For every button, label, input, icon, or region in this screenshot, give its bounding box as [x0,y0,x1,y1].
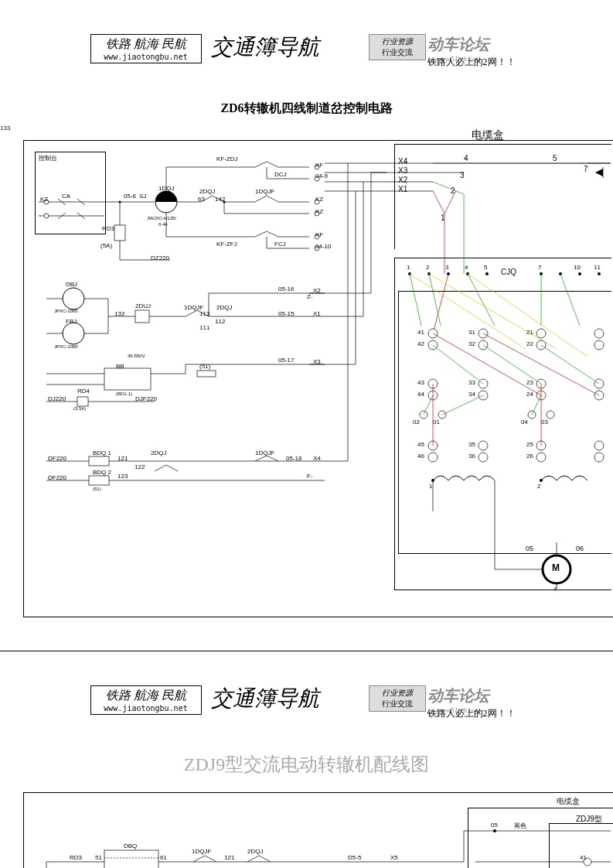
svg-line-75 [166,465,178,471]
lbl-kf-top: KF [315,162,323,169]
lbl-7-cb: 7 [584,165,588,173]
lbl-sj: SJ [139,193,146,200]
svg-line-74 [155,465,166,471]
wm-center-text: 交通簿导航 [206,31,324,63]
svg-line-174 [247,856,259,862]
svg-point-132 [428,453,438,462]
wm2-right1-l2: 行业交流 [374,699,421,709]
lbl-1dqj-type: JWJXC-H125/ [147,216,176,220]
wm2-center-text: 交通簿导航 [206,682,324,715]
lbl-dbj: DBJ [66,281,77,288]
lbl-bdq1: BDQ 1 [93,449,111,456]
lbl-2-cb: 2 [451,186,455,195]
svg-line-110 [410,274,526,349]
svg-point-134 [478,453,488,462]
d2-d5-5: D5-5 [348,854,361,861]
lbl-x4-cb: X4 [398,157,407,166]
lbl-kz-right2: KZ [315,208,323,215]
wm-right-small: 行业资源 行业交流 [369,34,426,60]
lbl-45-550v: 45-550V [128,354,145,358]
svg-point-3 [44,214,49,218]
lbl-132: 132 [114,310,124,317]
lbl-1dqj: 1DQJ [158,185,174,192]
svg-line-86 [433,191,444,214]
d2-dbq: DBQ [124,842,137,849]
watermark-header-1: 铁路 航海 民航 www.jiaotongbu.net 交通簿导航 行业资源 行… [90,31,523,77]
trm-cjq: CJQ [501,268,516,276]
lbl-112: 112 [215,318,225,325]
lbl-x2-a: X2 [313,287,321,294]
wm2-right2-text: 铁路人必上的2网！！ [423,706,520,722]
d2-1dqjf: 1DQJF [192,848,211,855]
lbl-rd4: RD4 [77,388,90,395]
lbl-z: Z- [307,293,313,300]
lbl-bb-type: (BD1-1) [116,391,132,396]
svg-rect-43 [114,225,125,241]
diagram2-area: 电缆盒 ZDJ9型 RD3 DBQ 1 2 51 61 1DQJF 121 2D… [0,784,613,868]
diagram1-title: ZD6转辙机四线制道岔控制电路 [0,101,613,117]
lbl-4-top: 4 [464,154,468,162]
d2-05: 05 [491,822,498,829]
svg-line-143 [541,345,599,384]
svg-rect-72 [89,456,109,466]
lbl-kz-left: KZ [40,196,48,203]
t03: 03 [541,419,548,425]
t36: 36 [468,453,475,460]
t21: 21 [526,329,533,336]
svg-line-76 [255,456,267,461]
lbl-1dqj-val: 0.44 [158,222,168,227]
page-separator [0,651,613,651]
d2-model: ZDJ9型 [576,814,602,825]
svg-line-27 [267,162,278,167]
svg-line-18 [267,196,278,202]
t24: 24 [526,391,533,398]
lbl-rd3: RD3 [102,225,114,232]
lbl-fbj: FBJ [66,318,77,325]
svg-line-17 [255,196,267,202]
lbl-04-9: 04-9 [315,173,328,179]
lbl-1-cb: 1 [441,214,445,222]
lbl-dcj: DCJ [274,171,287,178]
trm-4: 4 [465,264,468,271]
motor-label: M [552,562,560,573]
t32: 32 [468,340,475,347]
t43: 43 [417,379,424,386]
d2-black: 黑色 [514,822,526,830]
d2-cable-box-lbl: 电缆盒 [557,796,580,807]
t02: 02 [413,419,420,425]
svg-line-103 [429,274,441,326]
t22: 22 [526,340,533,347]
svg-line-172 [193,856,205,862]
svg-rect-73 [89,476,109,485]
svg-point-137 [594,441,604,450]
wm2-left-line1: 铁路 航海 民航 [96,688,196,704]
lbl-x4-bot: X4 [313,455,321,462]
svg-point-97 [485,272,489,275]
trm-7: 7 [538,264,541,271]
svg-line-26 [255,162,267,167]
svg-rect-67 [197,371,216,377]
svg-line-146 [532,395,541,415]
motor-4: 4 [553,586,557,593]
svg-point-136 [536,453,546,462]
t34: 34 [468,391,475,398]
lbl-x2-cb: X2 [398,176,407,184]
svg-point-179 [493,829,496,832]
watermark-header-2: 铁路 航海 民航 www.jiaotongbu.net 交通簿导航 行业资源 行… [90,682,523,729]
lbl-df220-2: DF220 [48,474,66,481]
lbl-122: 122 [135,463,145,470]
t04: 04 [521,419,528,425]
t33: 33 [468,379,475,386]
t01: 01 [433,419,440,425]
lbl-63: 63 [198,196,205,203]
lbl-djf220: DJF220 [135,395,157,402]
lbl-dj220: DJ220 [48,395,66,402]
t26: 26 [526,453,533,460]
trm-3: 3 [445,264,448,271]
svg-line-35 [255,231,267,237]
lbl-df220-1: DF220 [48,455,66,462]
svg-point-118 [594,340,604,350]
tb1: 1 [429,483,432,490]
lbl-2dqj-mid: 2DQJ [216,304,232,311]
t31: 31 [468,329,475,336]
